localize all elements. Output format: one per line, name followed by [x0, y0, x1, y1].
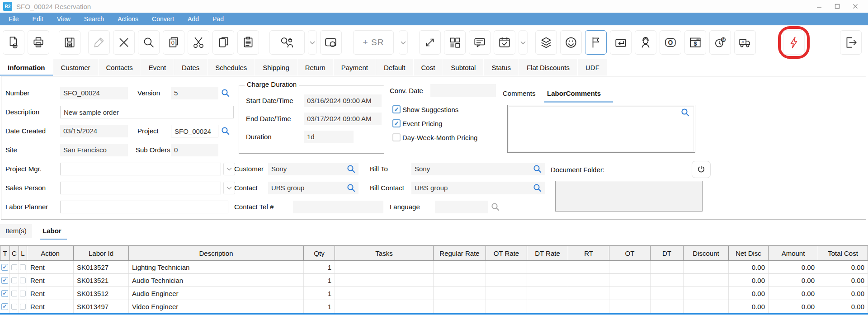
edit-button[interactable]: [88, 30, 110, 55]
column-header-total_cost[interactable]: Total Cost: [818, 246, 868, 260]
checkbox-unchecked-icon[interactable]: ✓: [11, 264, 17, 270]
customer-search-icon[interactable]: [347, 165, 356, 174]
tab-status[interactable]: Status: [484, 59, 519, 76]
comments-search-icon[interactable]: [681, 108, 690, 117]
checkbox-checked-icon[interactable]: ✓: [1, 264, 8, 271]
new-document-button[interactable]: [3, 30, 24, 55]
paste-button[interactable]: [237, 30, 259, 55]
description-field[interactable]: New sample order: [60, 106, 234, 118]
project-field[interactable]: SFO_00024: [171, 125, 218, 137]
checkbox-unchecked-icon[interactable]: ✓: [11, 291, 17, 296]
tab-dates[interactable]: Dates: [174, 59, 207, 76]
column-header-c[interactable]: C: [10, 246, 19, 260]
tab-information[interactable]: Information: [0, 59, 53, 76]
search-person-button[interactable]: [269, 30, 305, 55]
tab-contacts[interactable]: Contacts: [99, 59, 141, 76]
table-row[interactable]: ✓✓✓RentSK013527Lighting Technician10.000…: [0, 261, 868, 274]
document-folder-button[interactable]: [692, 161, 711, 178]
tab-udf[interactable]: UDF: [578, 59, 607, 76]
checkbox-checked-icon[interactable]: ✓: [392, 119, 401, 127]
checkbox-unchecked-icon[interactable]: ✓: [20, 304, 26, 310]
tab-cost[interactable]: Cost: [414, 59, 443, 76]
worker-button[interactable]: [635, 30, 656, 55]
bill-to-search-icon[interactable]: [533, 165, 542, 174]
column-header-ot_rate[interactable]: OT Rate: [486, 246, 527, 260]
column-header-net_disc[interactable]: Net Disc: [729, 246, 769, 260]
checkbox-unchecked-icon[interactable]: ✓: [11, 304, 17, 310]
column-header-qty[interactable]: Qty: [304, 246, 335, 260]
menu-item-file[interactable]: File: [2, 13, 26, 25]
print-button[interactable]: [28, 30, 49, 55]
comment-button[interactable]: [469, 30, 491, 55]
project-mgr-field[interactable]: [60, 163, 221, 175]
column-header-discount[interactable]: Discount: [684, 246, 729, 260]
column-header-labor_id[interactable]: Labor Id: [74, 246, 129, 260]
search-person-dropdown[interactable]: [308, 30, 317, 55]
cell-c[interactable]: ✓: [10, 300, 19, 313]
return-box-button[interactable]: [610, 30, 632, 55]
cell-l[interactable]: ✓: [19, 274, 27, 287]
minimize-button[interactable]: [810, 0, 828, 13]
column-header-amount[interactable]: Amount: [769, 246, 818, 260]
o-box-button[interactable]: O: [660, 30, 681, 55]
menu-item-edit[interactable]: Edit: [26, 13, 50, 25]
column-header-rt[interactable]: RT: [568, 246, 609, 260]
version-search-icon[interactable]: [221, 89, 230, 98]
checkbox-unchecked-icon[interactable]: ✓: [392, 133, 401, 141]
expand-button[interactable]: [419, 30, 441, 55]
cut-button[interactable]: [188, 30, 209, 55]
maximize-button[interactable]: [828, 0, 846, 13]
calendar-dropdown[interactable]: [519, 30, 528, 55]
menu-item-pad[interactable]: Pad: [206, 13, 231, 25]
cell-l[interactable]: ✓: [19, 287, 27, 300]
add-sr-button[interactable]: + SR: [353, 30, 394, 55]
menu-item-add[interactable]: Add: [181, 13, 206, 25]
invoice-window-button[interactable]: $: [684, 30, 706, 55]
tab-default[interactable]: Default: [376, 59, 413, 76]
tab-shipping[interactable]: Shipping: [255, 59, 297, 76]
checkbox-unchecked-icon[interactable]: ✓: [11, 277, 17, 283]
lightning-button[interactable]: [783, 30, 805, 55]
option-day-week-month-pricing[interactable]: ✓ Day-Week-Month Pricing: [392, 133, 477, 141]
tab-items[interactable]: Item(s): [0, 224, 32, 238]
logout-button[interactable]: [840, 30, 862, 55]
checkbox-checked-icon[interactable]: ✓: [392, 105, 401, 113]
project-search-icon[interactable]: [221, 127, 230, 136]
column-header-ot[interactable]: OT: [609, 246, 651, 260]
checkbox-unchecked-icon[interactable]: ✓: [20, 291, 26, 296]
table-row[interactable]: ✓✓✓RentSK013497Video Engineer10.000.000.…: [0, 300, 868, 313]
tab-event[interactable]: Event: [141, 59, 174, 76]
close-button[interactable]: [846, 0, 864, 13]
tab-return[interactable]: Return: [297, 59, 333, 76]
tab-flat-discounts[interactable]: Flat Discounts: [519, 59, 577, 76]
checkbox-unchecked-icon[interactable]: ✓: [20, 277, 26, 283]
column-header-l[interactable]: L: [19, 246, 27, 260]
calendar-check-button[interactable]: [494, 30, 515, 55]
search-button[interactable]: [138, 30, 160, 55]
cell-c[interactable]: ✓: [10, 287, 19, 300]
tab-payment[interactable]: Payment: [334, 59, 376, 76]
column-header-action[interactable]: Action: [27, 246, 74, 260]
option-show-suggestions[interactable]: ✓ Show Suggestions: [392, 105, 458, 113]
document-folder-textarea[interactable]: [555, 181, 703, 212]
contact-search-icon[interactable]: [347, 183, 356, 193]
cell-t[interactable]: ✓: [0, 274, 10, 287]
cell-c[interactable]: ✓: [10, 274, 19, 287]
project-mgr-dropdown[interactable]: [223, 163, 235, 175]
cell-t[interactable]: ✓: [0, 287, 10, 300]
time-money-button[interactable]: $: [709, 30, 731, 55]
menu-item-search[interactable]: Search: [77, 13, 111, 25]
duplicate-button[interactable]: [212, 30, 234, 55]
cell-c[interactable]: ✓: [10, 261, 19, 273]
column-header-dt_rate[interactable]: DT Rate: [527, 246, 568, 260]
copy-zero-button[interactable]: 0: [163, 30, 184, 55]
delete-button[interactable]: [113, 30, 135, 55]
column-header-regular_rate[interactable]: Regular Rate: [434, 246, 486, 260]
menu-item-actions[interactable]: Actions: [111, 13, 145, 25]
menu-item-view[interactable]: View: [50, 13, 77, 25]
smiley-button[interactable]: [560, 30, 582, 55]
add-sr-dropdown[interactable]: [399, 30, 408, 55]
cell-t[interactable]: ✓: [0, 300, 10, 313]
checkbox-unchecked-icon[interactable]: ✓: [20, 264, 26, 270]
truck-button[interactable]: A: [734, 30, 756, 55]
